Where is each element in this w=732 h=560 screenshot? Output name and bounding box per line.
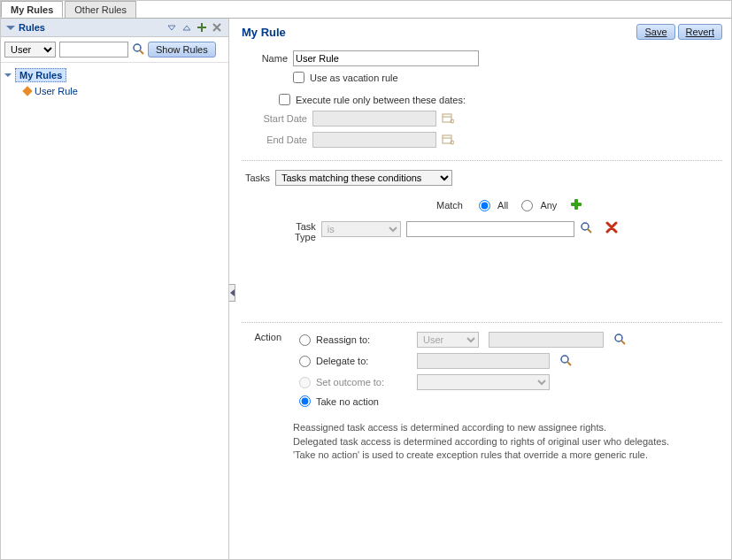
triangle-up-icon[interactable] — [181, 21, 193, 34]
calendar-icon[interactable] — [442, 133, 454, 147]
task-type-label-2: Type — [295, 232, 316, 242]
date-range-checkbox[interactable] — [279, 94, 290, 105]
noaction-radio[interactable] — [299, 395, 311, 407]
delegate-label: Delegate to: — [316, 356, 413, 366]
reassign-label: Reassign to: — [316, 334, 413, 345]
show-rules-button[interactable]: Show Rules — [148, 42, 216, 58]
rule-icon — [22, 86, 32, 96]
delegate-radio[interactable] — [299, 356, 311, 367]
noaction-label: Take no action — [316, 396, 379, 407]
tasks-label: Tasks — [242, 173, 270, 183]
filter-row: User Show Rules — [1, 37, 228, 63]
add-rule-icon[interactable] — [196, 21, 208, 34]
revert-button[interactable]: Revert — [678, 24, 722, 40]
remove-condition-icon[interactable] — [605, 221, 618, 235]
delegate-value-input — [417, 353, 550, 369]
match-all-radio[interactable] — [479, 200, 490, 211]
reassign-type-select[interactable]: User — [417, 332, 479, 348]
task-type-label: Task — [295, 221, 316, 232]
tab-bar: My Rules Other Rules — [1, 1, 731, 19]
svg-line-13 — [621, 341, 625, 344]
vacation-checkbox[interactable] — [293, 72, 304, 83]
rules-tree: My Rules User Rule — [1, 63, 228, 102]
tab-my-rules[interactable]: My Rules — [1, 1, 63, 18]
name-input[interactable] — [293, 50, 479, 66]
search-icon[interactable] — [580, 221, 592, 235]
search-icon[interactable] — [132, 42, 144, 57]
panel-header: Rules — [1, 19, 228, 37]
sidebar-collapse-handle[interactable] — [229, 284, 235, 302]
task-type-value-input[interactable] — [406, 221, 574, 237]
end-date-label: End Date — [254, 134, 307, 145]
search-icon[interactable] — [613, 333, 626, 347]
date-range-label: Execute rule only between these dates: — [296, 95, 466, 105]
start-date-label: Start Date — [254, 113, 307, 124]
tree-item-user-rule[interactable]: User Rule — [24, 86, 225, 96]
outcome-select — [417, 374, 550, 390]
reassign-value-input — [489, 332, 604, 348]
triangle-down-icon[interactable] — [166, 21, 178, 34]
svg-line-15 — [567, 362, 571, 365]
outcome-label: Set outcome to: — [316, 377, 413, 387]
match-any-label: Any — [540, 200, 557, 211]
start-date-input — [312, 111, 436, 127]
svg-rect-2 — [443, 114, 451, 122]
content-pane: My Rule Save Revert Name Use as vacation… — [229, 19, 731, 559]
match-any-radio[interactable] — [521, 200, 533, 211]
svg-point-12 — [615, 334, 622, 341]
collapse-icon[interactable] — [6, 26, 15, 30]
calendar-icon[interactable] — [442, 111, 454, 126]
expand-icon[interactable] — [4, 73, 12, 77]
page-title: My Rule — [242, 26, 286, 39]
end-date-input — [312, 132, 436, 148]
vacation-label: Use as vacation rule — [310, 73, 398, 83]
outcome-radio — [299, 377, 311, 388]
filter-value-input[interactable] — [59, 42, 128, 58]
svg-rect-5 — [443, 135, 451, 143]
help-text: Reassigned task access is determined acc… — [293, 421, 722, 462]
match-all-label: All — [497, 200, 508, 211]
sidebar: Rules User — [1, 19, 229, 559]
name-label: Name — [250, 53, 288, 64]
save-button[interactable]: Save — [636, 24, 674, 40]
search-icon[interactable] — [559, 354, 572, 368]
tree-root[interactable]: My Rules — [4, 68, 225, 82]
action-label: Action — [242, 332, 281, 342]
filter-type-select[interactable]: User — [4, 42, 56, 58]
svg-point-0 — [134, 44, 141, 51]
svg-line-1 — [140, 50, 143, 54]
reassign-radio[interactable] — [299, 334, 311, 346]
tab-other-rules[interactable]: Other Rules — [65, 1, 136, 18]
panel-title: Rules — [19, 22, 45, 33]
svg-line-11 — [588, 229, 591, 233]
delete-rule-icon[interactable] — [211, 21, 223, 34]
add-condition-icon[interactable] — [570, 198, 582, 212]
task-type-op-select[interactable]: is — [321, 221, 401, 237]
tasks-select[interactable]: Tasks matching these conditions — [275, 170, 452, 186]
svg-point-10 — [582, 223, 589, 230]
match-label: Match — [436, 200, 463, 211]
svg-point-14 — [561, 356, 568, 363]
svg-rect-9 — [571, 203, 582, 206]
